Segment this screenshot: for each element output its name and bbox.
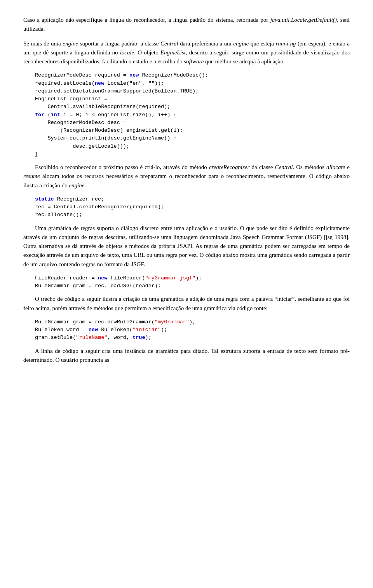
code-block-2: static Recognizer rec; rec = Central.cre… [23,195,350,219]
paragraph-2: Se mais de uma engine suportar a língua … [23,39,350,66]
code-block-3: FileReader reader = new FileReader("myGr… [23,274,350,290]
para6-text: A linha de código a seguir cria uma inst… [23,347,350,365]
para3-text: Escolhido o reconhecedor o próximo passo… [23,163,350,190]
page-content: Caso a aplicação não especifique a língu… [23,16,350,365]
paragraph-3: Escolhido o reconhecedor o próximo passo… [23,163,350,190]
para5-text: O trecho de código a seguir ilustra a cr… [23,295,350,313]
code-block-4: RuleGrammar gram = rec.newRuleGrammar("m… [23,318,350,342]
para4-text: Uma gramática de regras suporta o diálog… [23,224,350,269]
paragraph-5: O trecho de código a seguir ilustra a cr… [23,295,350,313]
para2-text: Se mais de uma engine suportar a língua … [23,39,350,66]
para1-text: Caso a aplicação não especifique a língu… [23,16,350,34]
paragraph-6: A linha de código a seguir cria uma inst… [23,347,350,365]
code1-line1: RecognizerModeDesc required = new Recogn… [35,72,208,157]
paragraph-4: Uma gramática de regras suporta o diálog… [23,224,350,269]
paragraph-1: Caso a aplicação não especifique a língu… [23,16,350,34]
code-block-1: RecognizerModeDesc required = new Recogn… [23,72,350,158]
